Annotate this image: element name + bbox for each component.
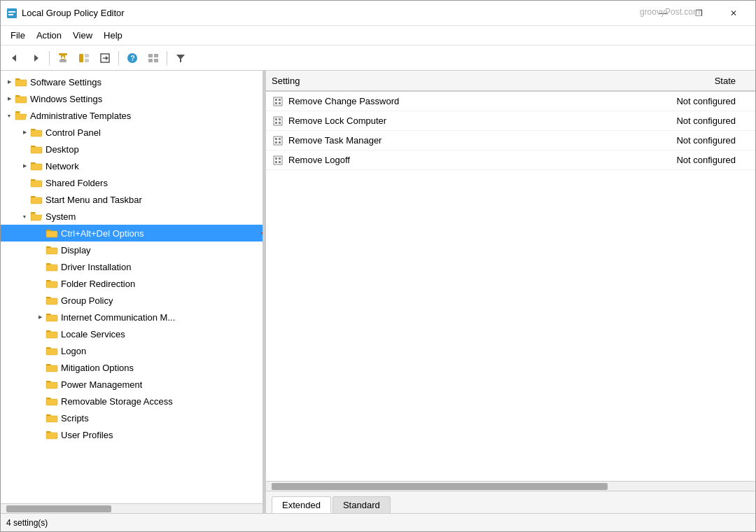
expand-icon-locale-services[interactable] <box>34 328 46 340</box>
tree-item-internet-comm[interactable]: Internet Communication M... <box>1 309 262 326</box>
folder-icon-network <box>30 160 43 172</box>
expand-icon-power-management[interactable] <box>34 379 46 390</box>
list-row-state-row1: Not configured <box>645 96 750 106</box>
tree-item-system[interactable]: System <box>1 208 262 225</box>
list-content[interactable]: Remove Change PasswordNot configured Rem… <box>266 92 755 481</box>
filter-button[interactable] <box>171 49 190 67</box>
right-horizontal-scrollbar[interactable] <box>266 481 755 491</box>
svg-rect-56 <box>279 138 281 140</box>
svg-rect-35 <box>46 298 57 304</box>
svg-rect-19 <box>148 59 153 62</box>
expand-icon-network[interactable] <box>19 160 30 172</box>
title-bar: Local Group Policy Editor groovyPost.com… <box>1 1 755 26</box>
expand-icon-internet-comm[interactable] <box>34 312 46 323</box>
tree-label-display: Display <box>61 245 91 255</box>
list-row-row1[interactable]: Remove Change PasswordNot configured <box>266 92 755 111</box>
back-button[interactable] <box>5 49 24 67</box>
list-row-row4[interactable]: Remove LogoffNot configured <box>266 150 755 170</box>
tree-hscroll-thumb[interactable] <box>6 505 111 512</box>
expand-icon-system[interactable] <box>19 211 30 222</box>
folder-icon-locale-services <box>46 328 58 340</box>
expand-icon-scripts[interactable] <box>34 412 46 424</box>
tree-label-removable-storage: Removable Storage Access <box>61 396 173 407</box>
tree-horizontal-scrollbar[interactable] <box>1 503 262 513</box>
tree-item-display[interactable]: Display <box>1 241 262 258</box>
svg-rect-60 <box>275 158 277 160</box>
forward-button[interactable] <box>26 49 46 67</box>
up-button[interactable] <box>53 49 73 67</box>
list-row-row2[interactable]: Remove Lock ComputerNot configured <box>266 111 755 131</box>
svg-rect-54 <box>274 136 282 145</box>
list-row-row3[interactable]: Remove Task ManagerNot configured <box>266 131 755 150</box>
tree-item-windows-settings[interactable]: Windows Settings <box>1 90 262 107</box>
menu-action[interactable]: Action <box>31 28 67 43</box>
list-row-state-row4: Not configured <box>645 155 750 165</box>
tree-label-admin-templates: Administrative Templates <box>30 111 131 121</box>
expand-icon-start-menu-taskbar[interactable] <box>19 194 30 205</box>
tree-item-scripts[interactable]: Scripts <box>1 410 262 426</box>
tree-item-shared-folders[interactable]: Shared Folders <box>1 174 262 191</box>
expand-icon-shared-folders[interactable] <box>19 177 30 188</box>
folder-icon-mitigation-options <box>46 362 58 373</box>
expand-icon-ctrl-alt-del[interactable] <box>34 227 46 239</box>
help-button[interactable]: ? <box>122 49 142 67</box>
expand-icon-group-policy[interactable] <box>34 295 46 306</box>
tab-standard[interactable]: Standard <box>332 496 391 513</box>
view-button[interactable] <box>144 49 163 67</box>
svg-rect-2 <box>8 14 13 15</box>
tree-item-logon[interactable]: Logon <box>1 342 262 359</box>
tree-item-network[interactable]: Network <box>1 158 262 174</box>
tree-item-removable-storage[interactable]: Removable Storage Access <box>1 393 262 410</box>
tree-item-control-panel[interactable]: Control Panel <box>1 124 262 141</box>
list-header: Setting State <box>266 71 755 92</box>
tree-item-admin-templates[interactable]: Administrative Templates <box>1 107 262 124</box>
expand-icon-display[interactable] <box>34 244 46 255</box>
show-console-tree-button[interactable] <box>74 49 94 67</box>
folder-icon-system <box>30 211 43 222</box>
close-button[interactable]: ✕ <box>718 4 750 22</box>
expand-icon-mitigation-options[interactable] <box>34 362 46 373</box>
tree-item-mitigation-options[interactable]: Mitigation Options <box>1 359 262 376</box>
menu-help[interactable]: Help <box>98 28 128 43</box>
tree-item-user-profiles[interactable]: User Profiles <box>1 426 262 443</box>
folder-icon-driver-installation <box>46 261 58 272</box>
folder-icon-software-settings <box>15 76 27 88</box>
tree-item-locale-services[interactable]: Locale Services <box>1 326 262 342</box>
tree-label-system: System <box>46 211 76 222</box>
expand-icon-logon[interactable] <box>34 345 46 356</box>
expand-icon-removable-storage[interactable] <box>34 396 46 407</box>
expand-icon-windows-settings[interactable] <box>4 93 15 104</box>
expand-icon-folder-redirection[interactable] <box>34 278 46 289</box>
export-icon <box>99 52 111 64</box>
svg-rect-23 <box>15 97 27 103</box>
tree-item-driver-installation[interactable]: Driver Installation <box>1 258 262 275</box>
tree-item-software-settings[interactable]: Software Settings <box>1 74 262 90</box>
tree-item-folder-redirection[interactable]: Folder Redirection <box>1 275 262 292</box>
tree-item-start-menu-taskbar[interactable]: Start Menu and Taskbar <box>1 191 262 208</box>
menu-bar: File Action View Help <box>1 26 755 46</box>
expand-icon-desktop[interactable] <box>19 144 30 155</box>
export-list-button[interactable] <box>95 49 115 67</box>
tree-item-group-policy[interactable]: Group Policy <box>1 292 262 309</box>
tree-item-ctrl-alt-del[interactable]: Ctrl+Alt+Del Options <box>1 225 262 241</box>
right-hscroll-thumb[interactable] <box>272 483 608 490</box>
svg-rect-40 <box>46 382 57 388</box>
expand-icon-user-profiles[interactable] <box>34 429 46 440</box>
svg-rect-7 <box>59 59 66 62</box>
expand-icon-control-panel[interactable] <box>19 127 30 138</box>
menu-view[interactable]: View <box>67 28 98 43</box>
svg-rect-52 <box>275 122 277 124</box>
svg-rect-10 <box>85 54 89 57</box>
menu-file[interactable]: File <box>5 28 31 43</box>
folder-icon-group-policy <box>46 295 58 306</box>
tree-content[interactable]: Software Settings Windows Settings Admin… <box>1 71 262 503</box>
tree-label-shared-folders: Shared Folders <box>46 178 108 188</box>
tree-item-power-management[interactable]: Power Management <box>1 376 262 393</box>
tree-item-desktop[interactable]: Desktop <box>1 141 262 158</box>
tab-extended[interactable]: Extended <box>272 496 331 513</box>
svg-rect-41 <box>46 399 57 405</box>
expand-icon-driver-installation[interactable] <box>34 261 46 272</box>
title-bar-left: Local Group Policy Editor <box>6 8 125 19</box>
expand-icon-admin-templates[interactable] <box>4 110 15 121</box>
expand-icon-software-settings[interactable] <box>4 76 15 88</box>
